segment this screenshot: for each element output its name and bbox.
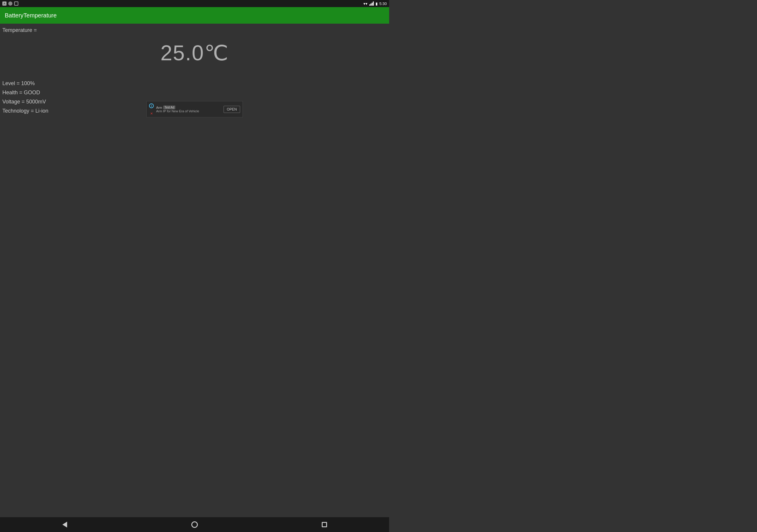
status-bar-left: A — [2, 1, 18, 6]
app-icon-box — [14, 1, 18, 6]
status-time: 5:30 — [379, 1, 387, 6]
main-content: Temperature = 25.0℃ Level = 100% Health … — [0, 24, 389, 257]
ad-description: Arm IP for New Era of Vehicle — [156, 109, 221, 113]
temperature-display: 25.0℃ — [0, 35, 389, 77]
app-title: BatteryTemperature — [5, 12, 57, 19]
health-text: Health = GOOD — [2, 89, 387, 97]
ad-text-area: Arm Test Ad Arm IP for New Era of Vehicl… — [156, 105, 221, 113]
ad-test-badge: Test Ad — [163, 105, 175, 109]
content-area: Temperature = 25.0℃ Level = 100% Health … — [0, 24, 389, 117]
signal-icon — [369, 1, 374, 6]
status-bar-right: ▾▾ ▮ 5:30 — [363, 1, 387, 6]
ad-open-button[interactable]: OPEN — [224, 106, 240, 113]
status-bar: A ▾▾ ▮ 5:30 — [0, 0, 389, 7]
temperature-value: 25.0℃ — [160, 41, 228, 65]
ad-brand: Arm — [156, 106, 162, 109]
app-bar: BatteryTemperature — [0, 7, 389, 24]
ad-info-icon: i — [149, 103, 154, 108]
ad-label-row: Arm Test Ad — [156, 105, 221, 109]
level-text: Level = 100% — [2, 79, 387, 87]
battery-icon: ▮ — [376, 1, 378, 6]
wifi-icon: ▾▾ — [363, 1, 368, 6]
temperature-label: Temperature = — [0, 26, 389, 35]
app-icon-a: A — [2, 1, 7, 6]
ad-banner: i ✕ Arm Test Ad Arm IP for New Era of Ve… — [146, 101, 243, 117]
app-icon-circle — [8, 1, 13, 6]
ad-close-icon[interactable]: ✕ — [150, 112, 153, 116]
